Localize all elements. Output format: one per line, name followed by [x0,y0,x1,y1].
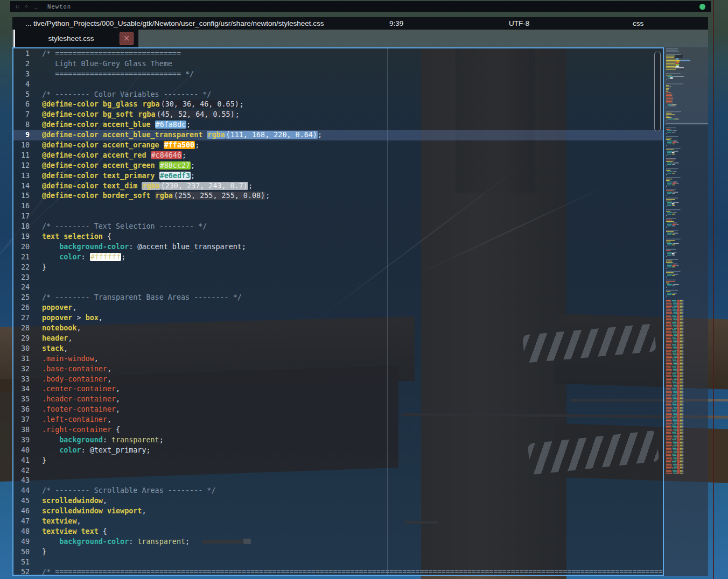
code-line[interactable]: 2 Light Blue-Grey Glass Theme [13,59,663,69]
tab-stylesheet-css[interactable]: stylesheet.css × [13,30,138,47]
code-line[interactable]: 30stack, [13,344,663,354]
line-number[interactable]: 49 [13,537,30,547]
line-number[interactable]: 22 [13,263,30,273]
line-number[interactable]: 21 [13,252,30,263]
code-line[interactable]: 29header, [13,334,663,344]
code-line[interactable]: 18/* -------- Text Selection -------- */ [13,222,663,232]
line-number[interactable]: 30 [13,344,30,354]
code-line[interactable]: 51 [13,557,663,568]
line-number[interactable]: 31 [13,354,30,364]
code-line[interactable]: 12@define-color accent_green #88cc27; [13,161,663,171]
code-line[interactable]: 8@define-color accent_blue #6fa8dc; [13,120,663,130]
code-line[interactable]: 36.footer-container, [13,405,663,415]
code-line[interactable]: 41} [13,456,663,466]
code-line[interactable]: 45scrolledwindow, [13,496,663,506]
code-line[interactable]: 52/* ===================================… [13,567,663,576]
line-number[interactable]: 5 [13,90,30,100]
code-line[interactable]: 43 [13,476,663,486]
code-line[interactable]: 20 background-color: @accent_blue_transp… [13,242,663,252]
line-number[interactable]: 1 [13,49,30,59]
code-line[interactable]: 17 [13,211,663,222]
code-line[interactable]: 28notebook, [13,323,663,334]
code-line[interactable]: 38.right-container { [13,425,663,435]
code-line[interactable]: 33.body-container, [13,375,663,385]
line-number[interactable]: 6 [13,100,30,110]
line-number[interactable]: 29 [13,334,30,344]
code-line[interactable]: 11@define-color accent_red #c84646; [13,151,663,161]
code-line[interactable]: 25/* -------- Transparent Base Areas ---… [13,293,663,303]
line-number[interactable]: 52 [13,567,30,576]
code-line[interactable]: 37.left-container, [13,415,663,425]
line-number[interactable]: 8 [13,120,30,130]
code-line[interactable]: 27popover > box, [13,313,663,323]
code-line[interactable]: 49 background-color: transparent; [13,537,663,547]
code-line[interactable]: 1/* ============================= [13,49,663,59]
code-line[interactable]: 34.center-container, [13,384,663,394]
line-number[interactable]: 35 [13,394,30,405]
window-button-icon[interactable] [699,4,705,10]
code-line[interactable]: 7@define-color bg_soft rgba(45, 52, 64, … [13,110,663,120]
code-line[interactable]: 50} [13,547,663,557]
code-line[interactable]: 32.base-container, [13,364,663,375]
code-line[interactable]: 46scrolledwindow viewport, [13,506,663,517]
code-line[interactable]: 39 background: transparent; [13,435,663,446]
line-number[interactable]: 45 [13,496,30,506]
line-number[interactable]: 47 [13,517,30,527]
titlebar[interactable]: ∷ ⁘ ‥ Newton [10,1,711,12]
code-line[interactable]: 14@define-color text_dim rgba(230, 237, … [13,181,663,192]
code-line[interactable]: 10@define-color accent_orange #ffa500; [13,140,663,151]
code-line[interactable]: 4 [13,80,663,90]
vertical-scrollbar[interactable] [654,52,661,131]
code-line[interactable]: 19text selection { [13,232,663,242]
code-line[interactable]: 35.header-container, [13,394,663,405]
code-line[interactable]: 26popover, [13,303,663,313]
code-line[interactable]: 6@define-color bg_glass rgba(30, 36, 46,… [13,100,663,110]
line-number[interactable]: 16 [13,201,30,211]
line-number[interactable]: 32 [13,364,30,375]
line-number[interactable]: 39 [13,435,30,446]
minimap[interactable] [664,47,708,574]
code-line[interactable]: 47textview, [13,517,663,527]
line-number[interactable]: 11 [13,151,30,161]
line-number[interactable]: 27 [13,313,30,323]
line-number[interactable]: 36 [13,405,30,415]
code-line[interactable]: 40 color: @text_primary; [13,446,663,456]
line-number[interactable]: 41 [13,456,30,466]
line-number[interactable]: 25 [13,293,30,303]
code-line[interactable]: 9@define-color accent_blue_transparent r… [13,130,663,140]
line-number[interactable]: 40 [13,446,30,456]
line-number[interactable]: 46 [13,506,30,517]
line-number[interactable]: 10 [13,140,30,151]
line-number[interactable]: 34 [13,384,30,394]
line-number[interactable]: 7 [13,110,30,120]
line-number[interactable]: 51 [13,557,30,568]
line-number[interactable]: 38 [13,425,30,435]
line-number[interactable]: 17 [13,211,30,222]
code-editor[interactable]: 1/* =============================2 Light… [12,47,664,576]
code-line[interactable]: 23 [13,273,663,283]
line-number[interactable]: 37 [13,415,30,425]
line-number[interactable]: 20 [13,242,30,252]
minimap-panel[interactable] [664,47,708,576]
line-number[interactable]: 50 [13,547,30,557]
code-line[interactable]: 31.main-window, [13,354,663,364]
code-line[interactable]: 3 ============================= */ [13,69,663,80]
code-line[interactable]: 21 color: #ffffff; [13,252,663,263]
code-line[interactable]: 15@define-color border_soft rgba(255, 25… [13,191,663,201]
line-number[interactable]: 19 [13,232,30,242]
line-number[interactable]: 43 [13,476,30,486]
line-number[interactable]: 42 [13,466,30,476]
line-number[interactable]: 13 [13,171,30,181]
line-number[interactable]: 2 [13,59,30,69]
tab-close-button[interactable]: × [120,32,134,45]
line-number[interactable]: 18 [13,222,30,232]
code-line[interactable]: 44/* -------- Scrollable Areas -------- … [13,486,663,496]
code-line[interactable]: 42 [13,466,663,476]
line-number[interactable]: 15 [13,191,30,201]
line-number[interactable]: 44 [13,486,30,496]
code-line[interactable]: 13@define-color text_primary #e6edf3; [13,171,663,181]
line-number[interactable]: 28 [13,323,30,334]
line-number[interactable]: 9 [13,130,30,140]
line-number[interactable]: 33 [13,375,30,385]
code-line[interactable]: 24 [13,283,663,293]
